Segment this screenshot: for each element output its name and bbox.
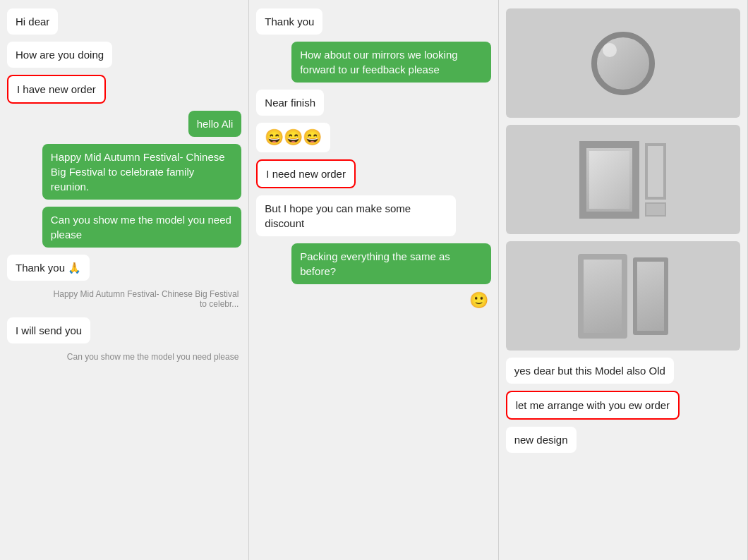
msg-thank-you-pray: Thank you 🙏 xyxy=(7,255,90,281)
msg-mid-autumn: Happy Mid Autumn Festival- Chinese Big F… xyxy=(42,144,241,200)
photo-mirror-3 xyxy=(506,241,740,351)
msg-hi-dear: Hi dear xyxy=(7,8,58,35)
msg-sys-show-model: Can you show me the model you need pleas… xyxy=(64,351,242,363)
msg-but-hope: But I hope you can make some discount xyxy=(256,195,455,236)
msg-need-new-order: I need new order xyxy=(256,159,356,188)
msg-sys-mid-autumn: Happy Mid Autumn Festival- Chinese Big F… xyxy=(42,288,241,310)
msg-have-new-order: I have new order xyxy=(7,75,106,104)
msg-hello-ali: hello Ali xyxy=(188,111,242,137)
chat-column-3: yes dear but this Model also Old let me … xyxy=(499,0,748,560)
photo-mirror-1 xyxy=(506,8,740,118)
msg-thank-you: Thank you xyxy=(256,8,322,35)
msg-yes-dear: yes dear but this Model also Old xyxy=(506,358,674,384)
msg-show-model: Can you show me the model you need pleas… xyxy=(42,207,241,248)
photo-mirror-2 xyxy=(506,125,740,234)
msg-new-design: new design xyxy=(506,427,577,453)
chat-column-1: Hi dear How are you doing I have new ord… xyxy=(0,0,249,560)
msg-near-finish: Near finish xyxy=(256,90,324,116)
msg-arrange-order: let me arrange with you ew order xyxy=(506,391,680,420)
msg-packing: Packing everything the same as before? xyxy=(291,243,490,284)
chat-column-2: Thank you How about our mirrors we looki… xyxy=(249,0,498,560)
msg-emoji: 😄😄😄 xyxy=(256,123,330,152)
mirror-frame-shape xyxy=(579,141,639,219)
mirror-round-shape xyxy=(591,32,655,95)
msg-how-are: How are you doing xyxy=(7,42,112,68)
msg-sticker: 🙂 xyxy=(469,291,491,310)
msg-how-about-mirrors: How about our mirrors we looking forward… xyxy=(291,42,490,83)
msg-will-send: I will send you xyxy=(7,317,90,343)
mirror-tall-shape xyxy=(578,254,627,339)
